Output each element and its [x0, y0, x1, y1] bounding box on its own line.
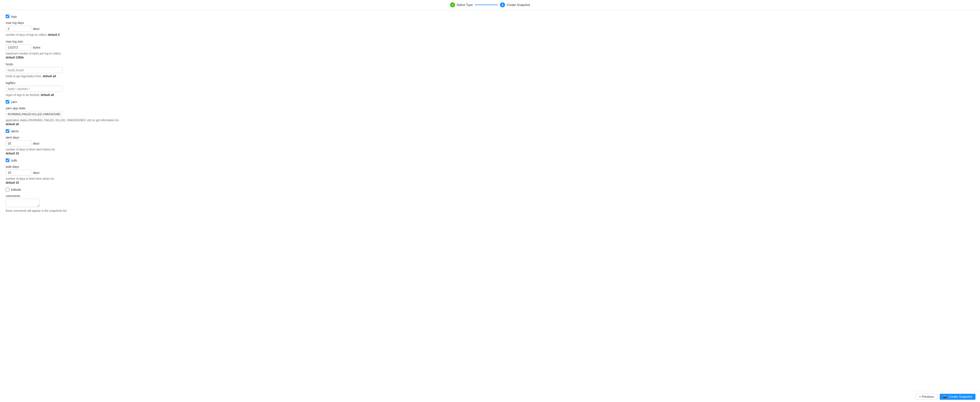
max-log-days-input[interactable] [6, 26, 31, 32]
logs-checkbox-label: logs [11, 15, 17, 18]
max-log-days-label: max log days [6, 21, 165, 24]
max-log-size-input-row: bytes [6, 44, 165, 51]
max-log-size-label: max log size [6, 40, 165, 43]
fulltsdb-checkbox-label: fulltsdb [11, 188, 21, 191]
tsdb-checkbox-label: tsdb [11, 159, 17, 162]
alert-days-section: alert days days number of days to fetch … [6, 136, 165, 156]
logfiles-section: logfiles regex of logs to be fetched, de… [6, 81, 165, 97]
max-log-days-help: number of days of logs to collect, defau… [6, 33, 165, 37]
max-log-size-unit: bytes [33, 46, 40, 49]
yarn-section: yarn [6, 100, 165, 104]
tsdb-days-label: tsdb days [6, 165, 165, 168]
tsdb-days-section: tsdb days days number of days to fetch t… [6, 165, 165, 185]
step-1: ✓ Select Type [450, 2, 473, 7]
alerts-checkbox-row[interactable]: alerts [6, 129, 165, 133]
max-log-size-section: max log size bytes maximum number of byt… [6, 40, 165, 60]
yarn-app-state-help: application states (RUNNING, FAILED, KIL… [6, 118, 165, 126]
tsdb-checkbox-row[interactable]: tsdb [6, 158, 165, 162]
progress-line [475, 5, 498, 5]
comments-textarea[interactable] [6, 199, 40, 207]
max-log-days-section: max log days days number of days of logs… [6, 21, 165, 37]
step-2-label: Create Snapshot [506, 3, 530, 6]
tsdb-days-unit: days [33, 171, 40, 174]
fulltsdb-section: fulltsdb [6, 188, 165, 191]
fulltsdb-checkbox-row[interactable]: fulltsdb [6, 188, 165, 191]
logs-section: logs [6, 14, 165, 18]
step-1-label: Select Type [457, 3, 473, 6]
hosts-input[interactable] [6, 67, 62, 73]
hosts-section: hosts hosts to get logs/status from, def… [6, 62, 165, 78]
alerts-section: alerts [6, 129, 165, 133]
max-log-days-unit: days [33, 27, 40, 30]
alert-days-input[interactable] [6, 140, 31, 147]
logs-checkbox-row[interactable]: logs [6, 14, 165, 18]
comments-section: comments these comments will appear in t… [6, 194, 165, 213]
max-log-size-input[interactable] [6, 44, 31, 51]
logfiles-label: logfiles [6, 81, 165, 85]
alerts-checkbox-label: alerts [11, 129, 19, 133]
step-2-circle: 2 [500, 2, 505, 7]
max-log-days-input-row: days [6, 26, 165, 32]
comments-label: comments [6, 194, 165, 198]
alerts-checkbox[interactable] [6, 129, 10, 133]
step-1-circle: ✓ [450, 2, 455, 7]
alert-days-help: number of days to fetch alert history fo… [6, 148, 165, 156]
yarn-checkbox-row[interactable]: yarn [6, 100, 165, 104]
tsdb-days-input-row: days [6, 169, 165, 176]
max-log-size-help: maximum number of bytes per log to colle… [6, 52, 165, 60]
main-content: logs max log days days number of days of… [0, 10, 170, 220]
yarn-app-state-section: yarn app state application states (RUNNI… [6, 107, 165, 126]
progress-bar: ✓ Select Type 2 Create Snapshot [0, 0, 980, 10]
fulltsdb-checkbox[interactable] [6, 188, 10, 191]
comments-help: these comments will appear in the snapsh… [6, 209, 165, 213]
yarn-checkbox[interactable] [6, 100, 10, 104]
tsdb-checkbox[interactable] [6, 158, 10, 162]
tsdb-days-input[interactable] [6, 169, 31, 176]
step-2: 2 Create Snapshot [500, 2, 530, 7]
alert-days-unit: days [33, 142, 40, 145]
yarn-checkbox-label: yarn [11, 100, 17, 104]
tsdb-days-help: number of days to fetch time series for,… [6, 177, 165, 185]
yarn-app-state-input[interactable] [6, 111, 62, 117]
tsdb-section: tsdb [6, 158, 165, 162]
hosts-help: hosts to get logs/status from, default a… [6, 74, 165, 78]
alert-days-input-row: days [6, 140, 165, 147]
hosts-label: hosts [6, 62, 165, 66]
yarn-app-state-label: yarn app state [6, 107, 165, 110]
logs-checkbox[interactable] [6, 14, 10, 18]
logfiles-input[interactable] [6, 86, 62, 92]
alert-days-label: alert days [6, 136, 165, 139]
logfiles-help: regex of logs to be fetched, default all [6, 93, 165, 97]
